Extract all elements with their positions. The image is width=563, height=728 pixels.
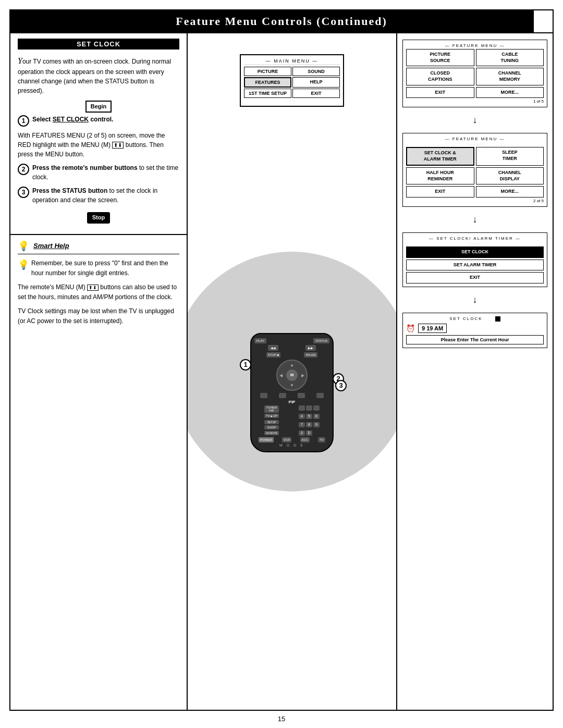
small-btn-3[interactable] [298,393,305,398]
set-clock-entry-row: ⏰ 9 19 AM [406,324,544,333]
fm1-picture-source: PICTURESOURCE [406,49,474,66]
tv-up-btn[interactable]: TV▲UP [264,414,279,418]
nav-center-m[interactable]: M [286,369,298,381]
smart-help-line2: The remote's MENU (M) ⬆⬇ buttons can als… [18,282,179,302]
step1-row: 1 Select SET CLOCK control. [18,115,179,127]
fm1-page-num: 1 of 5 [406,99,544,104]
main-menu-ticks: · · · · · · [244,99,340,103]
arrow-down-3: ↓ [402,294,547,305]
num-0-btn[interactable]: 0 [299,430,305,436]
fm2-ticks: · · · · · · · · [406,142,544,146]
small-btn-2[interactable] [279,393,286,398]
num-8-btn[interactable]: 8 [306,422,312,427]
clock-icon: ⏰ [406,324,415,332]
smart-help-section: 💡 Smart Help 💡Remember, be sure to press… [10,235,187,334]
main-menu-help: HELP [292,77,340,88]
num-9-btn[interactable]: 9 [313,422,320,427]
scat-ticks: · · · · · · [406,242,544,245]
step3-text: Press the STATUS button to set the clock… [32,186,179,205]
num-3-btn[interactable] [313,405,320,411]
main-menu-features: FEATURES [244,77,291,88]
tv-btn[interactable]: TV [318,437,325,442]
step-marker-3: 3 [335,380,347,391]
num-4-btn[interactable]: 4 [299,414,305,419]
num-1-btn[interactable] [299,405,305,411]
status-btn[interactable]: STATUS [313,338,329,343]
acc-btn[interactable]: ACC [300,437,310,442]
scat-buttons: SET CLOCK SET ALARM TIMER EXIT [406,246,544,283]
smart-help-body: 💡Remember, be sure to press "0" first an… [18,258,179,327]
rew-btn[interactable]: ◀◀ [268,345,278,351]
fm2-sleep-timer: SLEEPTIMER [476,147,544,165]
begin-badge: Begin [85,101,112,113]
main-menu-1st-time: 1ST TIME SETUP [244,89,291,98]
sleep-btn[interactable]: SLEEP [264,425,279,429]
fm2-more: MORE... [476,186,544,198]
set-clock-intro: Your TV comes with an on-screen clock. D… [18,55,179,95]
main-menu-sound: SOUND [292,67,340,76]
fm2-exit: EXIT [406,186,474,198]
header-title: Feature Menu Controls (Continued) [176,15,387,28]
smart-help-line1: 💡Remember, be sure to press "0" first an… [18,258,179,278]
num-6-btn[interactable]: 6 [313,414,320,419]
stop-btn[interactable]: STOP ■ [266,352,280,357]
fm1-closed-captions: CLOSEDCAPTIONS [406,68,474,85]
step3-row: 3 Press the STATUS button to set the clo… [18,186,179,205]
stop-badge: Stop [87,212,110,224]
feature-menu-1: — FEATURE MENU — PICTURESOURCE CABLETUNI… [402,40,547,107]
step2-row: 2 Press the remote's number buttons to s… [18,163,179,182]
feature-menu-2-title: — FEATURE MENU — [406,137,544,141]
num-2-btn[interactable] [306,405,312,411]
intro-text: our TV comes with an on-screen clock. Du… [18,58,171,94]
set-clock-body: Your TV comes with an on-screen clock. D… [18,55,179,227]
main-content: Set Clock Your TV comes with an on-scree… [9,33,554,711]
vcr-btn[interactable]: VCR [282,437,292,442]
ff-btn[interactable]: ▶▶ [305,345,316,351]
smart-help-label: Smart Help [33,242,69,250]
please-enter-prompt: Please Enter The Current Hour [406,335,544,344]
scat-set-clock: SET CLOCK [406,246,544,258]
fm1-cable-tuning: CABLETUNING [476,49,544,66]
small-btn-4[interactable] [316,393,324,398]
feature-menu-1-buttons: PICTURESOURCE CABLETUNING CLOSEDCAPTIONS… [406,49,544,98]
fm2-half-hour: HALF HOURREMINDER [406,167,474,184]
tuner-pip-btn[interactable]: TUNER PIP [264,405,279,413]
main-menu-exit: EXIT [292,89,340,98]
remote-control: PLAY STATUS ◀◀ ▶▶ STOP ■ PAUSE ▲ ▼ [250,333,334,452]
italic-y: Y [18,56,22,65]
unmute-btn[interactable]: UN MUTE [264,431,279,435]
d-btn[interactable]: D [306,430,312,436]
smart-help-line3: TV Clock settings may be lost when the T… [18,306,179,326]
mode-label: M O D E [254,443,329,447]
main-menu-title: — MAIN MENU — [244,58,340,65]
pip-label: PIP [254,400,329,404]
scat-set-alarm: SET ALARM TIMER [406,260,544,271]
right-panel: — FEATURE MENU — PICTURESOURCE CABLETUNI… [396,33,553,710]
set-clock-section: Set Clock Your TV comes with an on-scree… [10,33,187,235]
set-clock-title: Set Clock [18,39,179,50]
smart-help-title: 💡 Smart Help [18,240,179,254]
fm2-channel-display: CHANNELDISPLAY [476,167,544,184]
set-clock-entry-screen: SET CLOCK ⏰ 9 19 AM Please Enter The Cur… [402,313,547,348]
main-menu-buttons: PICTURE SOUND FEATURES HELP 1ST TIME SET… [244,67,340,98]
feature-menu-1-title: — FEATURE MENU — [406,43,544,48]
fm1-channel-memory: CHANNELMEMORY [476,68,544,85]
left-panel: Set Clock Your TV comes with an on-scree… [10,33,188,710]
bulb-icon: 💡 [18,240,29,252]
header-white-box [533,9,554,33]
center-panel: — MAIN MENU — PICTURE SOUND FEATURES HEL… [188,33,396,710]
power-btn[interactable]: POWER [259,437,274,442]
play-btn[interactable]: PLAY [254,338,266,343]
setup-btn[interactable]: SETUP [264,420,279,424]
pause-btn[interactable]: PAUSE [304,352,317,357]
step1-circle: 1 [18,115,29,127]
small-btn-1[interactable] [260,393,267,398]
page-header: Feature Menu Controls (Continued) [9,9,554,33]
feature-menu-2: — FEATURE MENU — · · · · · · · · SET CLO… [402,133,547,206]
nav-circle[interactable]: ▲ ▼ ◀ ▶ M [276,360,308,391]
step3-circle: 3 [18,187,29,198]
num-5-btn[interactable]: 5 [306,414,312,419]
step-marker-1: 1 [240,359,251,371]
num-7-btn[interactable]: 7 [299,422,305,427]
empty-btn [313,430,320,436]
